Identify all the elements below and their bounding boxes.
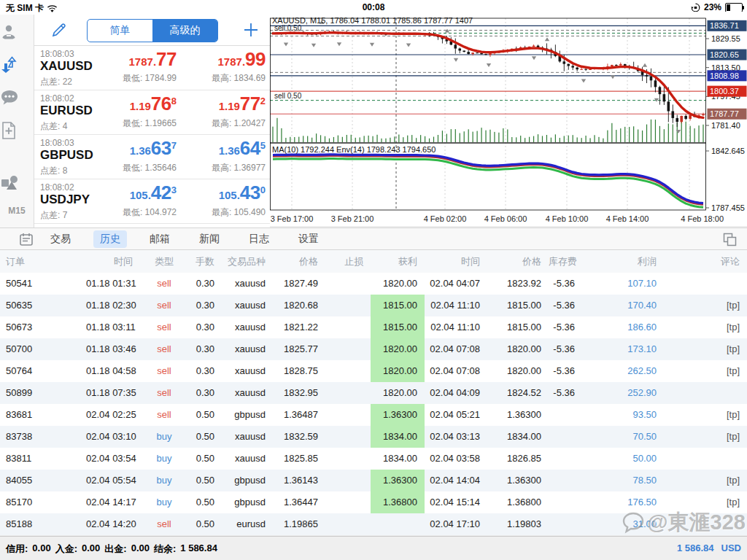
profit: 107.10: [582, 273, 664, 295]
table-row[interactable]: 5070001.18 03:46sell0.30xauusd1825.77182…: [0, 338, 747, 360]
table-row[interactable]: 8405502.04 05:54buy0.50gbpusd1.361431.36…: [0, 470, 747, 491]
open-time: 02.04 03:10: [86, 426, 140, 448]
comment: [tp]: [664, 491, 747, 513]
table-row[interactable]: 8517002.04 14:17buy0.50gbpusd1.364471.36…: [0, 491, 747, 513]
calendar-icon[interactable]: [19, 232, 34, 246]
chat-icon[interactable]: [0, 89, 34, 106]
table-body: 5054101.18 01:31sell0.30xauusd1827.49182…: [0, 273, 747, 535]
symbol: xauusd: [222, 360, 273, 382]
price-chart[interactable]: sell 0.50sell 0.501829.551813.501797.451…: [270, 12, 747, 226]
table-row[interactable]: 8381102.04 03:54buy0.50xauusd1825.851834…: [0, 448, 747, 470]
order-id: 83811: [0, 448, 86, 470]
lots: 0.50: [188, 470, 222, 491]
price-level-badge: 1808.98: [710, 71, 739, 80]
col-header: 手数: [188, 250, 222, 273]
order-type: buy: [140, 448, 188, 470]
table-row[interactable]: 8368102.04 02:25sell0.50gbpusd1.364871.3…: [0, 404, 747, 426]
battery-icon: [725, 3, 743, 12]
table-row[interactable]: 5089901.18 07:35sell0.30xauusd1832.95182…: [0, 382, 747, 404]
table-row[interactable]: 5054101.18 01:31sell0.30xauusd1827.49182…: [0, 273, 747, 295]
open-time: 02.04 14:20: [86, 513, 140, 535]
col-header: 利润: [582, 250, 664, 273]
swap: [549, 470, 582, 491]
quote-row[interactable]: 18:08:02EURUSD点差: 41.19768最低: 1.196651.1…: [34, 90, 270, 135]
take-profit: 1820.00: [371, 382, 425, 404]
swap: [549, 426, 582, 448]
quote-row[interactable]: 18:08:02USDJPY点差: 7105.423最低: 104.972105…: [34, 179, 270, 224]
quote-high: 最高: 1.36977: [212, 162, 266, 174]
rotation-lock-icon: [691, 3, 700, 12]
chart-ohlc-header: XAUUSD, M15, 1786.04 1788.01 1785.86 178…: [272, 16, 473, 25]
close-price: 1815.00: [487, 295, 549, 316]
order-type: sell: [140, 404, 188, 426]
close-time: 02.04 17:10: [425, 513, 487, 535]
balance-currency: USD: [721, 542, 741, 553]
stop-loss: [325, 470, 371, 491]
timeframe-button[interactable]: M15: [0, 206, 34, 216]
account-summary-bar: 信用:0.00入金:0.00出金:0.00结余:1 586.84 1 586.8…: [0, 536, 747, 560]
open-price: 1832.59: [273, 426, 325, 448]
tab-日志[interactable]: 日志: [242, 230, 276, 248]
lots: 0.50: [188, 404, 222, 426]
quote-row[interactable]: 18:08:03GBPUSD点差: 81.36637最低: 1.356461.3…: [34, 135, 270, 179]
tab-邮箱[interactable]: 邮箱: [143, 230, 177, 248]
quote-time: 18:08:03: [40, 138, 74, 148]
quote-high: 最高: 1834.69: [212, 72, 266, 85]
swap: -5.36: [549, 316, 582, 338]
objects-icon[interactable]: [0, 174, 34, 191]
battery-percent: 23%: [704, 2, 721, 12]
quote-row[interactable]: 18:08:03XAUUSD点差: 221787.77最低: 1784.9917…: [34, 46, 270, 90]
order-id: 50700: [0, 338, 86, 360]
new-order-icon[interactable]: [0, 121, 34, 140]
symbol: gbpusd: [222, 491, 273, 513]
lots: 0.30: [188, 295, 222, 316]
profit: 173.10: [582, 338, 664, 360]
bid-price: 1.36637: [123, 139, 177, 161]
tab-simple[interactable]: 简单: [88, 20, 152, 42]
order-type: sell: [140, 360, 188, 382]
stop-loss: [325, 316, 371, 338]
table-row[interactable]: 5063501.18 02:30sell0.30xauusd1820.68181…: [0, 295, 747, 316]
col-header: 订单: [0, 250, 86, 273]
tab-advanced[interactable]: 高级的: [152, 20, 217, 42]
section-tabs: 交易历史邮箱新闻日志设置: [44, 228, 325, 249]
profit: 262.50: [582, 360, 664, 382]
close-time: 02.04 11:10: [425, 316, 487, 338]
summary-value: 0.00: [131, 542, 150, 556]
table-row[interactable]: 5076401.18 04:58sell0.30xauusd1828.75182…: [0, 360, 747, 382]
tab-历史[interactable]: 历史: [93, 230, 127, 248]
ask-price-block: 1787.99最高: 1834.69: [212, 50, 266, 85]
lots: 0.30: [188, 316, 222, 338]
add-symbol-button[interactable]: [241, 20, 261, 40]
tab-交易[interactable]: 交易: [44, 230, 77, 248]
comment: [664, 448, 747, 470]
take-profit: 1.36300: [371, 404, 425, 426]
symbol: xauusd: [222, 273, 273, 295]
table-row[interactable]: 5067301.18 03:11sell0.30xauusd1821.22181…: [0, 316, 747, 338]
col-header: 获利: [371, 250, 425, 273]
edit-pencil-icon[interactable]: [50, 21, 68, 39]
quote-symbol: GBPUSD: [40, 148, 93, 163]
tab-新闻[interactable]: 新闻: [193, 230, 226, 248]
quotes-icon[interactable]: [0, 56, 34, 75]
bid-price-block: 105.423最低: 104.972: [123, 183, 177, 219]
open-time: 01.18 01:31: [86, 273, 140, 295]
take-profit: 1834.00: [371, 426, 425, 448]
table-row[interactable]: 8518802.04 14:20sell0.50eurusd1.1986502.…: [0, 513, 747, 535]
ask-price: 1787.99: [212, 50, 266, 71]
bid-price: 105.423: [123, 183, 177, 206]
close-price: 1815.00: [487, 316, 549, 338]
layout-icon[interactable]: [723, 233, 737, 246]
take-profit: 1820.00: [371, 273, 425, 295]
tab-设置[interactable]: 设置: [292, 230, 325, 248]
quote-spread: 点差: 8: [40, 165, 67, 177]
table-row[interactable]: 8373802.04 03:10buy0.50xauusd1832.591834…: [0, 426, 747, 448]
open-price: 1.36487: [273, 404, 325, 426]
close-price: 1820.00: [487, 338, 549, 360]
price-level-badge: 1787.77: [710, 109, 739, 118]
indicator-axis-tick: 1787.455: [711, 203, 745, 212]
symbol: xauusd: [222, 426, 273, 448]
comment: [664, 382, 747, 404]
col-header: 库存费: [549, 250, 582, 273]
account-icon[interactable]: [0, 23, 34, 41]
